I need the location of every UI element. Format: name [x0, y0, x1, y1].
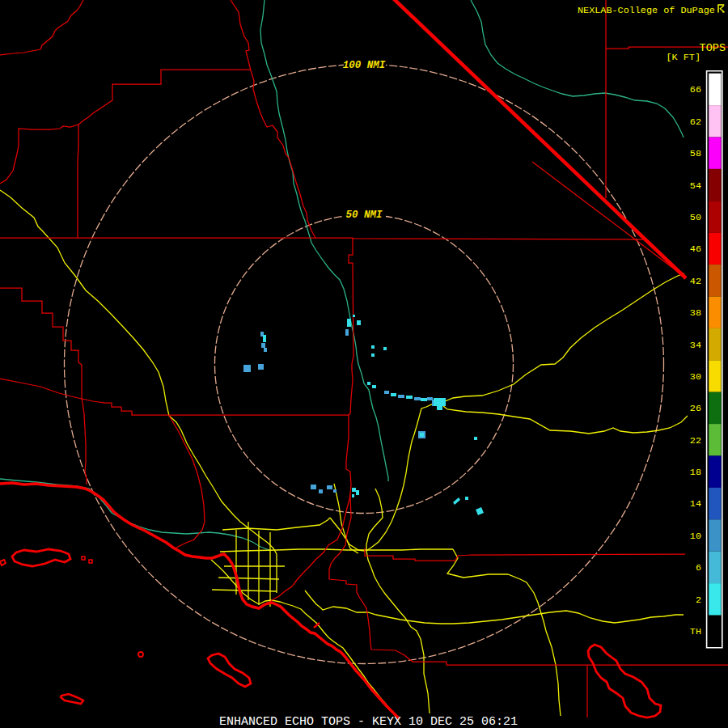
svg-text:6: 6 [696, 562, 701, 574]
svg-text:50 NMI: 50 NMI [345, 210, 383, 221]
svg-text:26: 26 [690, 403, 701, 414]
svg-text:58: 58 [690, 148, 701, 159]
svg-text:NEXLAB-College of DuPage: NEXLAB-College of DuPage [578, 5, 715, 16]
svg-text:ENHANCED ECHO TOPS - KEYX 10 D: ENHANCED ECHO TOPS - KEYX 10 DEC 25 06:2… [219, 715, 518, 728]
svg-text:TH: TH [690, 626, 701, 637]
svg-text:2: 2 [696, 595, 701, 606]
svg-text:30: 30 [690, 371, 701, 383]
svg-text:100 NMI: 100 NMI [343, 60, 386, 71]
svg-text:10: 10 [690, 531, 701, 542]
svg-text:66: 66 [690, 84, 701, 95]
svg-text:46: 46 [690, 243, 701, 255]
svg-text:62: 62 [690, 116, 701, 128]
svg-text:14: 14 [690, 498, 701, 510]
svg-text:TOPS: TOPS [700, 42, 726, 54]
svg-text:18: 18 [690, 467, 701, 478]
svg-text:54: 54 [690, 180, 701, 192]
svg-text:22: 22 [690, 435, 701, 447]
svg-text:[K FT]: [K FT] [667, 52, 700, 63]
svg-text:42: 42 [690, 276, 701, 287]
svg-text:34: 34 [690, 340, 701, 351]
svg-text:50: 50 [690, 212, 701, 223]
svg-text:38: 38 [690, 307, 701, 319]
